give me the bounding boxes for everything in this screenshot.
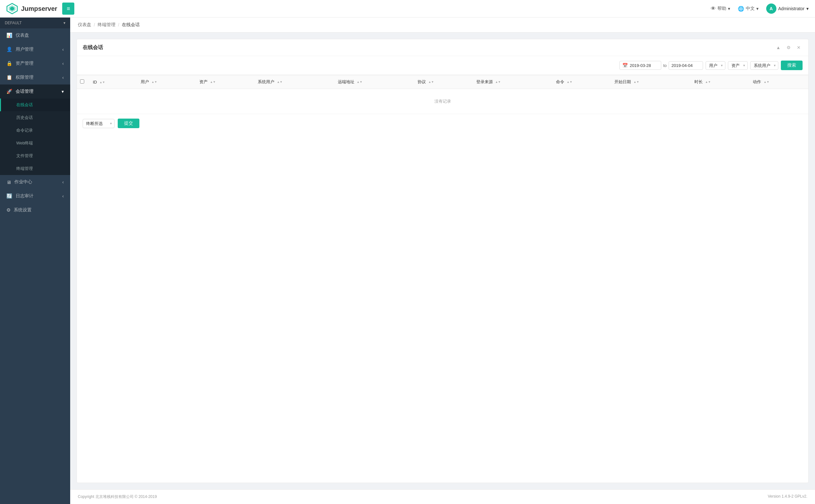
sidebar: DEFAULT ▾ 📊 仪表盘 👤 用户管理 ‹ 🔒 资产管理 ‹ <box>0 18 70 504</box>
action-select-wrap: 终断所选 <box>83 119 114 128</box>
sidebar-item-user-management[interactable]: 👤 用户管理 ‹ <box>0 42 70 56</box>
permission-chevron-icon: ‹ <box>62 75 64 80</box>
protocol-sort-icon: ▲▼ <box>429 81 434 84</box>
language-menu[interactable]: 🌐 中文 ▾ <box>738 6 759 12</box>
bottom-action-row: 终断所选 提交 <box>77 114 808 133</box>
settings-icon: ⚙ <box>6 207 11 213</box>
lang-label: 中文 <box>746 6 755 11</box>
col-start-date[interactable]: 开始日期 ▲▼ <box>611 75 691 89</box>
command-log-label: 命令记录 <box>16 128 33 133</box>
sidebar-sub-item-terminal-management[interactable]: 终端管理 <box>0 162 70 175</box>
breadcrumb-dashboard[interactable]: 仪表盘 <box>78 22 91 28</box>
col-system-user[interactable]: 系统用户 ▲▼ <box>254 75 334 89</box>
sidebar-default-chevron: ▾ <box>63 21 65 25</box>
menu-icon: ≡ <box>67 5 70 12</box>
table-header: ID ▲▼ 用户 ▲▼ 资产 ▲▼ <box>77 75 808 89</box>
card-header: 在线会话 ▲ ⚙ ✕ <box>77 39 808 56</box>
search-label: 搜索 <box>787 62 796 68</box>
web-terminal-label: Web终端 <box>16 141 33 145</box>
date-to-input[interactable] <box>672 63 700 68</box>
action-select[interactable]: 终断所选 <box>83 119 114 128</box>
lang-dropdown-icon: ▾ <box>756 6 759 11</box>
sidebar-item-permission-label: 权限管理 <box>16 75 33 80</box>
sidebar-item-job-center[interactable]: 🖥 作业中心 ‹ <box>0 175 70 189</box>
collapse-icon: ▲ <box>776 45 781 50</box>
col-remote-addr[interactable]: 远端地址 ▲▼ <box>334 75 415 89</box>
col-action[interactable]: 动作 ▲▼ <box>750 75 808 89</box>
audit-chevron-icon: ‹ <box>62 194 64 199</box>
search-button[interactable]: 搜索 <box>781 61 803 70</box>
col-protocol[interactable]: 协议 ▲▼ <box>415 75 473 89</box>
date-from-input-wrap: 📅 <box>620 61 661 70</box>
footer: Copyright 北京堆栈科技有限公司 © 2014-2019 Version… <box>70 489 815 504</box>
calendar-icon: 📅 <box>622 63 628 68</box>
sidebar-item-audit-log[interactable]: 🔄 日志审计 ‹ <box>0 189 70 203</box>
sidebar-item-session-management[interactable]: 🚀 会话管理 ▾ <box>0 84 70 99</box>
history-session-label: 历史会话 <box>16 115 33 120</box>
admin-label: Administrator <box>778 6 804 11</box>
system-user-filter-wrap: 系统用户 <box>750 61 778 70</box>
col-login-source[interactable]: 登录来源 ▲▼ <box>473 75 553 89</box>
col-id[interactable]: ID ▲▼ <box>90 75 137 89</box>
sidebar-item-audit-label: 日志审计 <box>16 193 33 199</box>
select-all-checkbox[interactable] <box>80 79 84 84</box>
terminal-management-label: 终端管理 <box>16 166 33 171</box>
avatar: A <box>766 4 776 14</box>
breadcrumb-current: 在线会话 <box>122 22 140 28</box>
sidebar-sub-item-online-session[interactable]: 在线会话 <box>0 99 70 111</box>
submit-label: 提交 <box>124 121 133 126</box>
user-filter-wrap: 用户 <box>706 61 725 70</box>
top-nav-left: Jumpserver ≡ <box>6 3 74 15</box>
col-checkbox[interactable] <box>77 75 90 89</box>
permission-icon: 📋 <box>6 75 12 80</box>
card-close-button[interactable]: ✕ <box>795 44 803 51</box>
col-asset[interactable]: 资产 ▲▼ <box>196 75 255 89</box>
sidebar-sub-item-web-terminal[interactable]: Web终端 <box>0 137 70 150</box>
menu-toggle-button[interactable]: ≡ <box>62 3 74 15</box>
sidebar-default-item[interactable]: DEFAULT ▾ <box>0 18 70 28</box>
date-from-input[interactable] <box>630 63 658 68</box>
top-nav-right: 👁 帮助 ▾ 🌐 中文 ▾ A Administrator ▾ <box>711 4 809 14</box>
to-label: to <box>663 63 667 68</box>
user-filter-select[interactable]: 用户 <box>706 61 725 70</box>
submit-button[interactable]: 提交 <box>118 119 139 128</box>
asset-filter-select[interactable]: 资产 <box>728 61 748 70</box>
help-menu[interactable]: 👁 帮助 ▾ <box>711 6 730 11</box>
sidebar-sub-item-history-session[interactable]: 历史会话 <box>0 111 70 124</box>
globe-icon: 🌐 <box>738 6 744 12</box>
main-layout: DEFAULT ▾ 📊 仪表盘 👤 用户管理 ‹ 🔒 资产管理 ‹ <box>0 18 815 504</box>
admin-dropdown-icon: ▾ <box>806 6 809 11</box>
sidebar-item-permission-management[interactable]: 📋 权限管理 ‹ <box>0 70 70 84</box>
col-user[interactable]: 用户 ▲▼ <box>137 75 196 89</box>
sidebar-item-session-label: 会话管理 <box>16 89 33 94</box>
table-wrap: ID ▲▼ 用户 ▲▼ 资产 ▲▼ <box>77 75 808 114</box>
sidebar-item-dashboard[interactable]: 📊 仪表盘 <box>0 28 70 42</box>
date-picker-group: 📅 to <box>620 61 703 70</box>
asset-filter-wrap: 资产 <box>728 61 748 70</box>
empty-message: 没有记录 <box>77 89 808 114</box>
user-icon: 👤 <box>6 47 12 52</box>
sidebar-sub-item-file-management[interactable]: 文件管理 <box>0 150 70 162</box>
command-sort-icon: ▲▼ <box>567 81 573 84</box>
help-label: 帮助 <box>717 6 726 11</box>
breadcrumb-terminal-management[interactable]: 终端管理 <box>98 22 115 28</box>
file-management-label: 文件管理 <box>16 153 33 158</box>
collapse-button[interactable]: ▲ <box>775 44 782 51</box>
sidebar-item-user-label: 用户管理 <box>16 47 33 52</box>
avatar-initial: A <box>769 6 773 11</box>
system-user-filter-select[interactable]: 系统用户 <box>750 61 778 70</box>
footer-copyright: Copyright 北京堆栈科技有限公司 © 2014-2019 <box>78 494 157 500</box>
sidebar-sub-item-command-log[interactable]: 命令记录 <box>0 124 70 137</box>
sidebar-item-system-settings[interactable]: ⚙ 系统设置 <box>0 203 70 217</box>
sidebar-item-asset-management[interactable]: 🔒 资产管理 ‹ <box>0 56 70 70</box>
table-body: 没有记录 <box>77 89 808 114</box>
card-close-icon: ✕ <box>797 45 801 50</box>
admin-menu[interactable]: A Administrator ▾ <box>766 4 809 14</box>
col-duration[interactable]: 时长 ▲▼ <box>691 75 750 89</box>
filter-row: 📅 to 用户 资产 <box>77 56 808 75</box>
col-command[interactable]: 命令 ▲▼ <box>553 75 612 89</box>
sidebar-default-label: DEFAULT <box>5 21 22 25</box>
session-chevron-icon: ▾ <box>62 89 64 94</box>
sidebar-item-dashboard-label: 仪表盘 <box>16 33 29 38</box>
card-settings-button[interactable]: ⚙ <box>785 44 792 51</box>
